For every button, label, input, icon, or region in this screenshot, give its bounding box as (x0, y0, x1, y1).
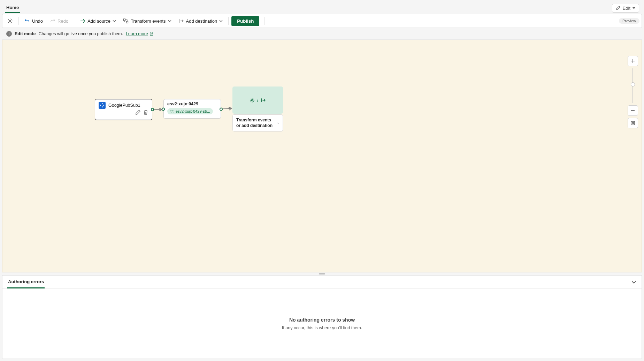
edit-dropdown[interactable]: Edit (612, 4, 639, 13)
svg-rect-2 (126, 21, 128, 23)
add-destination-button[interactable]: Add destination (176, 16, 226, 26)
transform-events-button[interactable]: Transform events (120, 16, 174, 26)
toolbar: Undo Redo Add source Transform events Ad… (2, 14, 642, 28)
chevron-down-icon (113, 19, 116, 23)
zoom-out-button[interactable] (628, 105, 638, 116)
google-pubsub-icon (99, 102, 106, 109)
edit-dropdown-label: Edit (623, 6, 630, 11)
add-source-icon (80, 18, 85, 24)
canvas[interactable]: GooglePubSub1 esv2-xujx-0429 (2, 40, 642, 272)
node-source-title: GooglePubSub1 (108, 103, 140, 108)
separator: / (257, 98, 259, 103)
fit-to-screen-button[interactable] (628, 118, 638, 128)
destination-placeholder-dropdown[interactable]: Transform events or add destination (232, 114, 283, 131)
redo-button[interactable]: Redo (47, 16, 71, 26)
zoom-controls (628, 56, 638, 128)
add-destination-label: Add destination (186, 18, 217, 24)
chevron-down-icon (168, 19, 171, 23)
node-source[interactable]: GooglePubSub1 (95, 99, 152, 120)
chevron-down-icon (277, 121, 279, 125)
fit-icon (630, 121, 635, 126)
undo-label: Undo (32, 18, 43, 24)
zoom-slider[interactable] (632, 68, 633, 103)
edges-layer (2, 40, 642, 272)
redo-icon (50, 18, 55, 24)
info-mode-label: Edit mode (15, 31, 36, 36)
transform-icon (123, 18, 129, 24)
svg-rect-1 (123, 19, 125, 21)
empty-state-subtitle: If any occur, this is where you'll find … (282, 325, 362, 330)
bottom-panel: Authoring errors No authoring errors to … (2, 275, 642, 359)
info-message: Changes will go live once you publish th… (38, 31, 123, 36)
undo-button[interactable]: Undo (22, 16, 46, 26)
toolbar-separator (228, 17, 229, 25)
undo-icon (24, 18, 30, 24)
gear-icon (7, 18, 13, 24)
node-edit-button[interactable] (135, 110, 141, 115)
stream-icon (170, 110, 174, 113)
svg-point-3 (251, 99, 253, 101)
redo-label: Redo (58, 18, 68, 24)
transform-icon (249, 97, 255, 103)
preview-badge: Preview (619, 18, 639, 24)
stream-chip[interactable]: esv2-xujx-0429-str... (167, 108, 213, 114)
destination-placeholder-label: Transform events or add destination (236, 118, 275, 128)
add-source-label: Add source (87, 18, 110, 24)
page-tabs-row: Home Edit (2, 2, 642, 14)
toolbar-separator (264, 17, 264, 25)
pencil-icon (616, 6, 621, 10)
node-destination-placeholder: / Transform events or add destination (232, 87, 283, 131)
zoom-in-button[interactable] (628, 56, 638, 66)
external-link-icon (150, 32, 153, 36)
chevron-down-icon (219, 19, 223, 23)
toolbar-separator (74, 17, 74, 25)
empty-state-title: No authoring errors to show (289, 317, 355, 323)
port-input[interactable] (162, 108, 165, 111)
pencil-icon (135, 110, 141, 115)
node-delete-button[interactable] (143, 110, 148, 115)
node-stream[interactable]: esv2-xujx-0429 esv2-xujx-0429-str... (163, 99, 221, 119)
plus-icon (630, 59, 635, 63)
collapse-panel-button[interactable] (631, 279, 637, 285)
learn-more-link[interactable]: Learn more (126, 31, 153, 36)
svg-rect-4 (631, 121, 635, 125)
destination-icon (260, 97, 266, 103)
stream-chip-label: esv2-xujx-0429-str... (176, 109, 210, 113)
panel-body: No authoring errors to show If any occur… (2, 289, 642, 359)
tab-authoring-errors[interactable]: Authoring errors (7, 276, 45, 288)
tab-home[interactable]: Home (5, 3, 20, 13)
svg-point-0 (9, 20, 11, 22)
caret-down-icon (632, 7, 635, 9)
port-output[interactable] (151, 108, 154, 111)
svg-rect-5 (632, 122, 634, 124)
node-stream-title: esv2-xujx-0429 (167, 101, 217, 106)
learn-more-label: Learn more (126, 31, 148, 36)
trash-icon (143, 110, 148, 115)
add-source-button[interactable]: Add source (77, 16, 119, 26)
settings-button[interactable] (5, 16, 16, 26)
info-icon: i (6, 31, 12, 37)
destination-placeholder-preview[interactable]: / (232, 87, 283, 114)
minus-icon (630, 108, 635, 113)
publish-button[interactable]: Publish (231, 16, 259, 26)
panel-resize-handle[interactable] (2, 272, 642, 275)
info-bar: i Edit mode Changes will go live once yo… (2, 28, 642, 40)
add-destination-icon (178, 18, 184, 24)
port-output[interactable] (220, 108, 223, 111)
transform-label: Transform events (131, 18, 166, 24)
zoom-slider-thumb[interactable] (631, 82, 635, 87)
toolbar-separator (18, 17, 19, 25)
